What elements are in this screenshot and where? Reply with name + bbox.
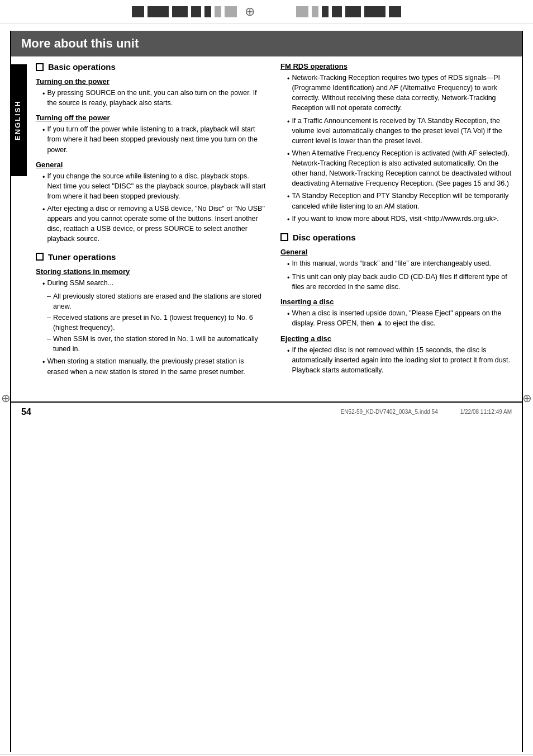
top-block-12 [345,6,361,17]
bullet-dot-d3: • [287,309,289,329]
top-block-4 [191,6,201,17]
tuner-operations-section: Tuner operations Storing stations in mem… [36,252,267,377]
ejecting-disc-bullet-1: • If the ejected disc is not removed wit… [287,345,512,375]
top-block-7 [225,6,237,17]
ssm-sub-bullet-1: – All previously stored stations are era… [47,291,267,311]
title-text: More about this unit [21,36,139,50]
fm-rds-text-5: If you want to know more about RDS, visi… [292,214,512,225]
fm-rds-section: FM RDS operations • Network-Tracking Rec… [280,62,512,225]
storing-bullet-2: • When storing a station manually, the p… [42,356,267,376]
basic-operations-icon [36,63,44,71]
right-column: FM RDS operations • Network-Tracking Rec… [280,62,512,385]
turning-off-title: Turning off the power [36,114,267,122]
top-block-13 [364,6,386,17]
ssm-sub-text-3: When SSM is over, the station stored in … [53,334,267,354]
top-block-1 [132,6,144,17]
bullet-dot-r4: • [287,192,289,211]
turning-on-title: Turning on the power [36,77,267,86]
top-block-11 [332,6,342,17]
ssm-sub-bullet-2: – Received stations are preset in No. 1 … [47,313,267,333]
turning-on-bullet-text: By pressing SOURCE on the unit, you can … [47,88,267,108]
basic-operations-title: Basic operations [48,62,116,72]
fm-rds-bullet-2: • If a Traffic Announcement is received … [287,116,512,146]
inserting-disc-text-1: When a disc is inserted upside down, "Pl… [292,308,512,329]
storing-stations-title: Storing stations in memory [36,267,267,276]
top-block-3 [172,6,188,17]
language-label: ENGLISH [13,100,22,140]
dash-2: – [47,313,51,333]
turning-on-subsection: Turning on the power • By pressing SOURC… [36,77,267,108]
turning-off-bullet-text: If you turn off the power while listenin… [47,124,267,154]
bullet-dot-r3: • [287,149,289,189]
bullet-dot-r5: • [287,215,289,225]
fm-rds-bullet-5: • If you want to know more about RDS, vi… [287,214,512,225]
disc-general-subsection: General • In this manual, words “track” … [280,248,512,292]
registration-mark-top: ⊕ [245,4,255,19]
ejecting-disc-title: Ejecting a disc [280,334,512,343]
fm-rds-bullet-3: • When Alternative Frequency Reception i… [287,148,512,189]
content-area: Basic operations Turning on the power • … [11,56,522,390]
bullet-dot-d2: • [287,273,289,292]
ejecting-disc-text-1: If the ejected disc is not removed withi… [292,345,512,375]
fm-rds-text-2: If a Traffic Announcement is received by… [292,116,512,146]
bullet-dot-2: • [42,125,45,154]
fm-rds-title: FM RDS operations [280,62,512,70]
fm-rds-bullet-4: • TA Standby Reception and PTY Standby R… [287,191,512,211]
dash-1: – [47,291,51,311]
top-decorative-bar: ⊕ [0,0,533,24]
disc-operations-icon [280,233,288,241]
top-block-9 [312,6,318,17]
disc-operations-title: Disc operations [293,233,356,242]
fm-rds-text-4: TA Standby Reception and PTY Standby Rec… [292,191,512,211]
page-outer: ⊕ ⊕ More about this unit ENGLISH Basic o… [10,31,523,752]
disc-general-text-2: This unit can only play back audio CD (C… [292,272,512,292]
top-block-6 [215,6,221,17]
bullet-dot-4: • [42,205,45,244]
page-number: 54 [21,407,31,417]
general-subsection: General • If you change the source while… [36,160,267,244]
bullet-dot-r2: • [287,117,289,146]
storing-bullet-1: • During SSM search... [42,278,267,289]
footer-file-info: EN52-59_KD-DV7402_003A_5.indd 54 [341,409,438,415]
inserting-disc-bullet-1: • When a disc is inserted upside down, "… [287,308,512,329]
left-registration-mark: ⊕ [1,391,11,405]
turning-off-subsection: Turning off the power • If you turn off … [36,114,267,154]
basic-operations-header: Basic operations [36,62,267,72]
ejecting-disc-subsection: Ejecting a disc • If the ejected disc is… [280,334,512,375]
bullet-dot-r1: • [287,74,289,114]
right-registration-mark: ⊕ [522,391,532,405]
ssm-sub-text-2: Received stations are preset in No. 1 (l… [53,313,267,333]
bottom-bar: 54 EN52-59_KD-DV7402_003A_5.indd 54 1/22… [11,401,522,422]
tuner-operations-title: Tuner operations [48,252,116,262]
general-bullet-1: • If you change the source while listeni… [42,171,267,201]
tuner-operations-icon [36,253,44,261]
general-bullet-text-2: After ejecting a disc or removing a USB … [47,204,267,244]
bullet-dot-d1: • [287,259,289,270]
top-block-10 [322,6,329,17]
disc-operations-section: Disc operations General • In this manual… [280,233,512,376]
page-title: More about this unit [11,31,522,56]
eject-symbol: ▲ [376,319,383,327]
bullet-dot-3: • [42,172,45,201]
ssm-sub-bullet-3: – When SSM is over, the station stored i… [47,334,267,354]
bullet-dot-6: • [42,357,45,376]
language-sidebar: ENGLISH [11,64,27,176]
general-bullet-2: • After ejecting a disc or removing a US… [42,204,267,244]
inserting-disc-title: Inserting a disc [280,297,512,306]
disc-general-bullet-1: • In this manual, words “track” and “fil… [287,258,512,270]
left-column: Basic operations Turning on the power • … [36,62,267,385]
bullet-dot: • [42,89,45,108]
footer-date-info: 1/22/08 11:12:49 AM [460,409,512,415]
storing-stations-subsection: Storing stations in memory • During SSM … [36,267,267,377]
bullet-dot-5: • [42,279,45,289]
disc-general-text-1: In this manual, words “track” and “file”… [292,258,512,270]
top-block-5 [204,6,211,17]
turning-on-bullet-1: • By pressing SOURCE on the unit, you ca… [42,88,267,108]
general-title: General [36,160,267,169]
disc-general-bullet-2: • This unit can only play back audio CD … [287,272,512,292]
tuner-operations-header: Tuner operations [36,252,267,262]
storing-bullet-text-2: When storing a station manually, the pre… [47,356,267,376]
ssm-sub-bullets: – All previously stored stations are era… [47,291,267,355]
disc-general-title: General [280,248,512,256]
dash-3: – [47,334,51,354]
